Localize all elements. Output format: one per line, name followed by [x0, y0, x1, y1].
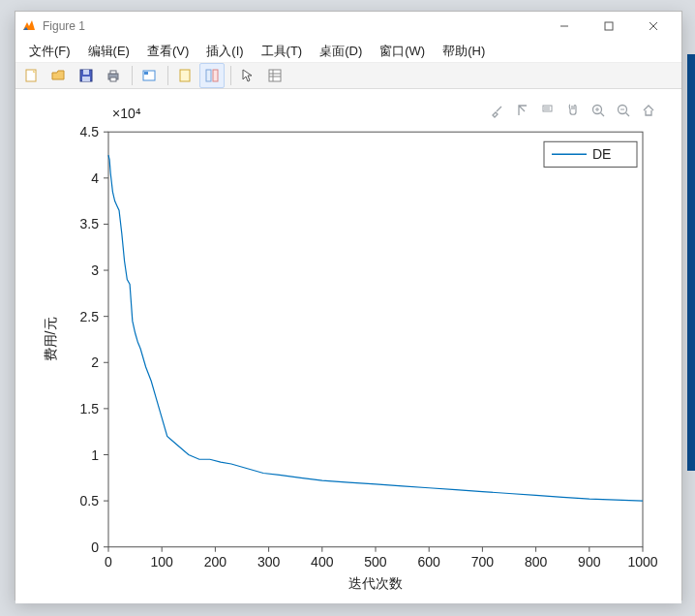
svg-rect-7 [82, 77, 90, 81]
svg-rect-10 [110, 77, 116, 81]
toolbar [15, 63, 681, 89]
svg-rect-12 [144, 72, 148, 75]
x-axis-label: 迭代次数 [348, 575, 403, 591]
toolbar-separator [167, 66, 168, 85]
toolbar-separator [132, 66, 133, 85]
svg-rect-16 [269, 70, 281, 81]
x-tick-label: 0 [105, 554, 112, 570]
property-inspector-button[interactable] [262, 63, 287, 88]
zoom-in-icon[interactable] [589, 101, 608, 120]
x-tick-label: 300 [257, 554, 281, 570]
svg-rect-20 [543, 106, 552, 111]
x-tick-label: 400 [311, 554, 334, 570]
print-button[interactable] [101, 63, 126, 88]
svg-rect-14 [206, 70, 211, 81]
figure-area: ×10⁴0100200300400500600700800900100000.5… [15, 89, 681, 603]
svg-line-24 [601, 113, 605, 117]
zoom-out-icon[interactable] [614, 101, 633, 120]
line-chart[interactable]: ×10⁴0100200300400500600700800900100000.5… [23, 97, 674, 596]
minimize-button[interactable] [542, 12, 587, 41]
brush-icon[interactable] [488, 101, 507, 120]
edit-plot-button[interactable] [235, 63, 260, 88]
svg-rect-1 [605, 22, 613, 30]
y-tick-label: 2.5 [80, 309, 100, 324]
x-tick-label: 500 [364, 554, 387, 570]
y-exponent-label: ×10⁴ [112, 106, 141, 121]
y-tick-label: 3 [91, 262, 99, 278]
svg-rect-9 [110, 71, 116, 74]
close-button[interactable] [631, 12, 676, 41]
x-tick-label: 700 [471, 554, 495, 570]
y-tick-label: 1 [91, 447, 99, 462]
menu-desktop[interactable]: 桌面(D) [312, 41, 370, 62]
menu-edit[interactable]: 编辑(E) [80, 41, 137, 62]
y-tick-label: 3.5 [80, 216, 100, 231]
menu-view[interactable]: 查看(V) [139, 41, 196, 62]
menu-tools[interactable]: 工具(T) [254, 41, 311, 62]
x-tick-label: 1000 [627, 554, 657, 570]
window-controls [542, 12, 676, 41]
x-tick-label: 800 [525, 554, 548, 570]
x-tick-label: 600 [418, 554, 441, 570]
restore-view-icon[interactable] [639, 101, 658, 120]
new-figure-button[interactable] [19, 63, 45, 88]
save-button[interactable] [74, 63, 99, 88]
legend-label: DE [592, 146, 611, 162]
pan-icon[interactable] [563, 101, 583, 120]
menu-bar: 文件(F) 编辑(E) 查看(V) 插入(I) 工具(T) 桌面(D) 窗口(W… [15, 41, 681, 63]
y-tick-label: 0 [91, 539, 99, 555]
x-tick-label: 100 [151, 554, 174, 570]
menu-window[interactable]: 窗口(W) [372, 41, 433, 62]
background-stripe [687, 54, 695, 471]
menu-insert[interactable]: 插入(I) [198, 41, 251, 62]
menu-file[interactable]: 文件(F) [21, 41, 78, 62]
data-tip-icon[interactable] [538, 101, 558, 120]
insert-colorbar-button[interactable] [199, 63, 225, 88]
window-title: Figure 1 [43, 19, 542, 33]
title-bar: Figure 1 [15, 12, 681, 41]
y-axis-label: 费用/元 [43, 317, 58, 361]
y-tick-label: 4.5 [80, 124, 100, 139]
svg-rect-6 [83, 70, 89, 75]
data-cursor-button[interactable] [136, 63, 162, 88]
x-tick-label: 900 [578, 554, 601, 570]
matlab-icon [21, 18, 37, 34]
svg-line-28 [626, 113, 630, 117]
y-tick-label: 2 [91, 354, 99, 370]
maximize-button[interactable] [587, 12, 631, 41]
link-axes-button[interactable] [172, 63, 197, 88]
figure-window: Figure 1 文件(F) 编辑(E) 查看(V) 插入(I) 工具(T) 桌… [15, 11, 682, 601]
svg-rect-13 [180, 70, 190, 81]
y-tick-label: 1.5 [80, 401, 100, 416]
rotate-icon[interactable] [513, 101, 532, 120]
open-button[interactable] [46, 63, 72, 88]
y-tick-label: 0.5 [80, 493, 100, 508]
svg-rect-15 [213, 70, 218, 81]
axes-toolbar [488, 101, 658, 120]
y-tick-label: 4 [91, 170, 99, 186]
menu-help[interactable]: 帮助(H) [435, 41, 493, 62]
x-tick-label: 200 [204, 554, 227, 570]
toolbar-separator [230, 66, 231, 85]
